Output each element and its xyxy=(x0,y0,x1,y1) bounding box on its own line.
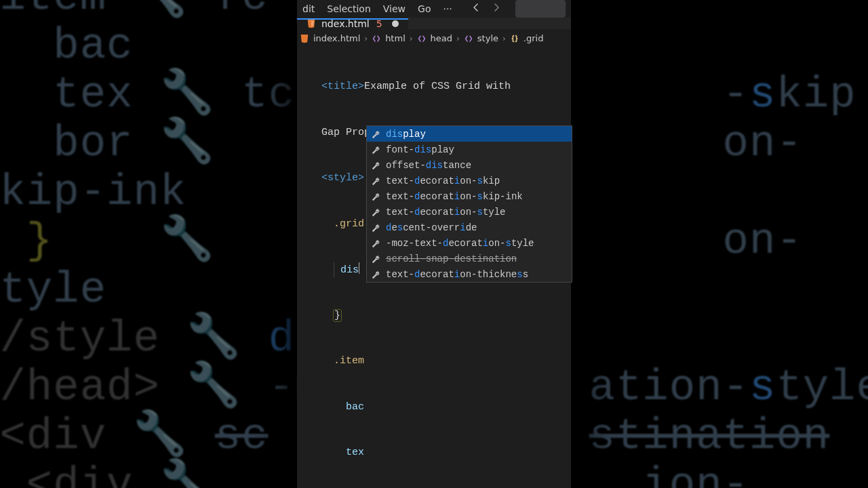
symbol-element-icon xyxy=(464,34,473,43)
breadcrumb-selector[interactable]: .grid xyxy=(524,33,544,43)
suggest-item[interactable]: scroll-snap-destination xyxy=(367,251,572,266)
breadcrumb[interactable]: index.html › html › head › style › .grid xyxy=(297,29,571,49)
tab-error-count: 5 xyxy=(376,18,382,29)
suggest-item[interactable]: text-decoration-thickness xyxy=(367,266,572,282)
property-icon xyxy=(371,192,380,201)
suggest-item[interactable]: text-decoration-skip xyxy=(367,173,572,188)
property-icon xyxy=(371,239,380,248)
menu-bar: dit Selection View Go ··· xyxy=(297,0,571,18)
suggest-item[interactable]: -moz-text-decoration-style xyxy=(367,235,572,251)
menu-view[interactable]: View xyxy=(383,3,406,14)
property-icon xyxy=(371,207,380,217)
suggest-item[interactable]: font-display xyxy=(367,142,572,157)
tab-bar: ndex.html 5 xyxy=(297,18,571,29)
breadcrumb-head[interactable]: head xyxy=(431,33,452,43)
property-icon xyxy=(371,161,380,170)
symbol-element-icon xyxy=(417,34,427,43)
suggest-item[interactable]: text-decoration-skip-ink xyxy=(367,188,572,204)
chevron-right-icon: › xyxy=(364,34,368,43)
symbol-rule-icon xyxy=(510,34,519,43)
suggest-item[interactable]: text-decoration-style xyxy=(367,204,572,220)
suggest-item[interactable]: offset-distance xyxy=(367,157,572,173)
symbol-element-icon xyxy=(372,34,381,43)
chevron-right-icon: › xyxy=(502,34,506,43)
menu-edit[interactable]: dit xyxy=(302,3,315,14)
menu-overflow-icon[interactable]: ··· xyxy=(443,3,452,14)
menu-go[interactable]: Go xyxy=(418,3,431,14)
property-icon xyxy=(371,176,380,186)
property-icon xyxy=(371,270,380,279)
breadcrumb-file[interactable]: index.html xyxy=(313,33,360,43)
intellisense-suggest-widget[interactable]: displayfont-displayoffset-distancetext-d… xyxy=(366,125,572,283)
chevron-right-icon: › xyxy=(410,34,413,43)
suggest-item[interactable]: display xyxy=(367,126,572,142)
property-icon xyxy=(371,223,380,232)
breadcrumb-html[interactable]: html xyxy=(385,33,406,43)
chevron-right-icon: › xyxy=(456,34,460,43)
breadcrumb-style[interactable]: style xyxy=(477,33,498,43)
command-center-search[interactable] xyxy=(515,0,566,18)
suggest-item[interactable]: descent-override xyxy=(367,220,572,235)
nav-forward-button[interactable] xyxy=(491,2,502,16)
property-icon xyxy=(371,129,380,139)
tab-index-html[interactable]: ndex.html 5 xyxy=(297,18,408,29)
code-editor[interactable]: <title>Example of CSS Grid with Gap Prop… xyxy=(297,49,571,488)
property-icon xyxy=(371,254,380,264)
tab-filename: ndex.html xyxy=(321,18,370,29)
nav-back-button[interactable] xyxy=(471,2,481,16)
menu-selection[interactable]: Selection xyxy=(327,3,371,14)
tab-unsaved-indicator-icon xyxy=(392,20,399,27)
editor-window: dit Selection View Go ··· ndex.html 5 xyxy=(297,0,571,488)
html-file-icon xyxy=(300,34,309,43)
property-icon xyxy=(371,145,380,155)
html-file-icon xyxy=(307,19,316,28)
